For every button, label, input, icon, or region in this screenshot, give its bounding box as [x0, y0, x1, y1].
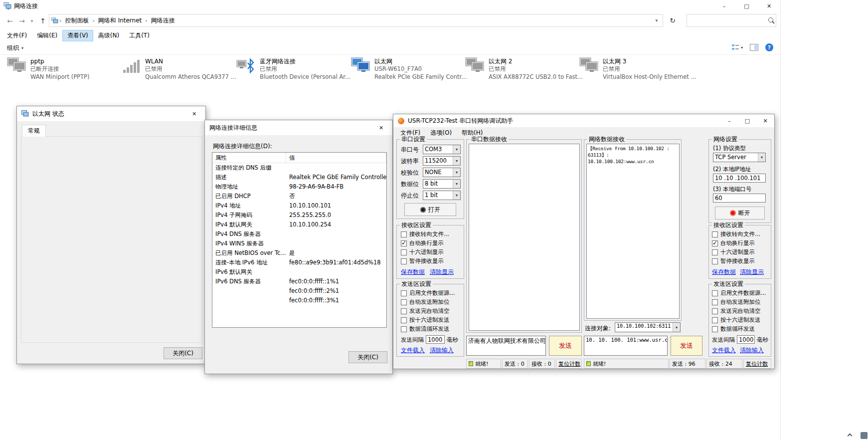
network-receive-area[interactable]: 【Receive from 10.10.100.102 : 63113】: 10… — [586, 144, 680, 319]
menu-edit[interactable]: 编辑(E) — [32, 30, 62, 41]
load-file-link[interactable]: 文件载入 — [401, 346, 425, 355]
close-icon[interactable]: ✕ — [370, 120, 392, 135]
tab-general[interactable]: 常规 — [22, 125, 46, 137]
refresh-icon[interactable]: ↻ — [666, 14, 679, 26]
back-icon[interactable]: ← — [4, 15, 16, 27]
serial-receive-area[interactable] — [469, 144, 580, 331]
serial-port-combo[interactable]: COM3▾ — [423, 145, 461, 154]
column-property[interactable]: 属性 — [212, 153, 286, 163]
baud-rate-combo[interactable]: 115200▾ — [423, 156, 461, 166]
history-dropdown-icon[interactable]: ▾ — [28, 15, 36, 27]
network-send-button[interactable]: 发送 — [671, 336, 702, 356]
table-row[interactable]: 描述Realtek PCIe GbE Family Controller — [212, 173, 386, 182]
checkbox-auto-wrap[interactable]: 自动换行显示 — [712, 239, 755, 247]
load-file-link[interactable]: 文件载入 — [712, 346, 736, 355]
close-dialog-button[interactable]: 关闭(C) — [348, 351, 387, 363]
serial-send-input[interactable]: 济南有人物联网技术有限公司 — [466, 336, 546, 356]
serial-send-button[interactable]: 发送 — [549, 336, 582, 356]
adapter-item-ethernet[interactable]: 以太网 USR-W610_F7A0 Realtek PCIe GbE Famil… — [351, 57, 464, 81]
checkbox-auto-send-append[interactable]: 自动发送附加位 — [712, 298, 761, 306]
close-icon[interactable]: ✕ — [183, 106, 205, 121]
send-interval-input[interactable]: 1000 — [737, 335, 755, 344]
clear-display-link[interactable]: 清除显示 — [430, 268, 454, 276]
checkbox-hex-display[interactable]: 十六进制显示 — [401, 248, 444, 256]
table-row[interactable]: fec0:0:0:ffff::2%1 — [212, 286, 386, 296]
table-row[interactable]: 已启用 NetBIOS over Tc...是 — [212, 248, 386, 258]
maximize-button[interactable]: □ — [738, 114, 756, 127]
clear-input-link[interactable]: 清除输入 — [740, 346, 764, 355]
table-row[interactable]: IPv4 WINS 服务器 — [212, 239, 386, 248]
search-icon[interactable] — [768, 17, 773, 24]
help-icon[interactable]: ? — [765, 43, 773, 51]
local-ip-input[interactable]: 10 .10 .100.101 — [713, 174, 766, 183]
checkbox-clear-after-send[interactable]: 发送完自动清空 — [712, 307, 761, 315]
details-listview[interactable]: 属性 值 连接特定的 DNS 后缀 描述Realtek PCIe GbE Fam… — [212, 152, 387, 328]
table-row[interactable]: IPv4 子网掩码255.255.255.0 — [212, 211, 386, 220]
checkbox-pause-receive[interactable]: 暂停接收显示 — [401, 257, 444, 265]
search-box[interactable] — [687, 14, 776, 27]
checkbox-loop-send[interactable]: 数据流循环发送 — [401, 325, 450, 333]
table-row[interactable]: 已启用 DHCP否 — [212, 192, 386, 201]
menu-file[interactable]: 文件(F) — [2, 30, 32, 41]
table-row[interactable]: IPv4 DNS 服务器 — [212, 229, 386, 239]
stop-bits-combo[interactable]: 1 bit▾ — [423, 191, 461, 200]
disconnect-button[interactable]: 断开 — [715, 207, 765, 220]
close-button[interactable]: ✕ — [756, 114, 774, 127]
network-reset-count-link[interactable]: 复位计数 — [743, 359, 771, 369]
organize-button[interactable]: 组织 ▾ — [7, 44, 23, 52]
search-input[interactable] — [687, 15, 768, 26]
menu-view[interactable]: 查看(V) — [62, 30, 93, 41]
checkbox-receive-to-file[interactable]: 接收转向文件... — [401, 230, 449, 238]
checkbox-file-data-source[interactable]: 启用文件数据源... — [712, 289, 766, 297]
breadcrumb-control-panel[interactable]: 控制面板 — [62, 16, 92, 25]
view-options-icon[interactable]: ▾ — [731, 44, 743, 51]
save-data-link[interactable]: 保存数据 — [401, 268, 425, 276]
checkbox-loop-send[interactable]: 数据循环发送 — [712, 325, 755, 333]
adapter-item-ethernet3[interactable]: 以太网 3 已禁用 VirtualBox Host-Only Ethernet … — [579, 57, 692, 81]
table-row[interactable]: 连接特定的 DNS 后缀 — [212, 163, 386, 173]
table-row[interactable]: 连接-本地 IPv6 地址fe80::a9e9:3b91:af01:4d5d%1… — [212, 258, 386, 267]
close-dialog-button[interactable]: 关闭(C) — [164, 347, 202, 359]
adapter-item-pptp[interactable]: pptp 已断开连接 WAN Miniport (PPTP) — [7, 57, 120, 81]
protocol-type-combo[interactable]: TCP Server▾ — [713, 153, 766, 162]
minimize-button[interactable]: – — [720, 114, 738, 127]
listview-header[interactable]: 属性 值 — [212, 153, 386, 163]
local-port-input[interactable]: 60 — [713, 194, 766, 203]
data-bits-combo[interactable]: 8 bit▾ — [423, 179, 461, 189]
menu-tools[interactable]: 工具(T) — [124, 30, 155, 41]
checkbox-auto-send-append[interactable]: 自动发送附加位 — [401, 298, 450, 306]
table-row[interactable]: 物理地址98-29-A6-9A-B4-FB — [212, 182, 386, 192]
checkbox-auto-wrap[interactable]: 自动换行显示 — [401, 239, 444, 247]
peer-combo[interactable]: 10.10.100.102:6311▾ — [615, 322, 681, 332]
preview-pane-icon[interactable] — [750, 44, 758, 51]
tray-show-hidden-icon[interactable] — [848, 434, 853, 439]
adapter-item-bluetooth[interactable]: 蓝牙网络连接 已禁用 Bluetooth Device (Personal Ar… — [236, 57, 349, 81]
checkbox-file-data-source[interactable]: 启用文件数据源... — [401, 289, 455, 297]
table-row[interactable]: IPv4 地址10.10.100.101 — [212, 201, 386, 211]
table-row[interactable]: IPv6 默认网关 — [212, 267, 386, 277]
table-row[interactable]: fec0:0:0:ffff::3%1 — [212, 296, 386, 305]
checkbox-send-as-hex[interactable]: 按十六进制发送 — [401, 316, 450, 324]
column-value[interactable]: 值 — [286, 153, 386, 163]
parity-combo[interactable]: NONE▾ — [423, 168, 461, 177]
network-send-input[interactable]: 10. 10. 100. 101:www.usr.cn — [584, 336, 668, 356]
checkbox-receive-to-file[interactable]: 接收转向文件... — [712, 230, 760, 238]
checkbox-hex-display[interactable]: 十六进制显示 — [712, 248, 755, 256]
table-row[interactable]: IPv6 DNS 服务器fec0:0:0:ffff::1%1 — [212, 277, 386, 286]
forward-icon[interactable]: → — [16, 15, 28, 27]
clear-input-link[interactable]: 清除输入 — [430, 346, 454, 355]
up-icon[interactable]: ↑ — [37, 15, 49, 27]
save-data-link[interactable]: 保存数据 — [712, 268, 736, 276]
open-serial-button[interactable]: 打开 — [404, 203, 456, 216]
table-row[interactable]: IPv4 默认网关10.10.100.254 — [212, 220, 386, 229]
close-button[interactable]: ✕ — [758, 0, 780, 12]
adapter-item-ethernet2[interactable]: 以太网 2 已禁用 ASIX AX88772C USB2.0 to Fast..… — [465, 57, 578, 81]
send-interval-input[interactable]: 1000 — [426, 335, 445, 344]
breadcrumb-network-internet[interactable]: 网络和 Internet — [95, 16, 145, 25]
checkbox-send-as-hex[interactable]: 按十六进制发送 — [712, 316, 761, 324]
clear-display-link[interactable]: 清除显示 — [740, 268, 764, 276]
maximize-button[interactable]: □ — [735, 0, 758, 12]
adapter-item-wlan[interactable]: WLAN 已禁用 Qualcomm Atheros QCA9377 ... — [122, 57, 234, 81]
checkbox-pause-receive[interactable]: 暂停接收显示 — [712, 257, 755, 265]
minimize-button[interactable]: – — [713, 0, 735, 12]
